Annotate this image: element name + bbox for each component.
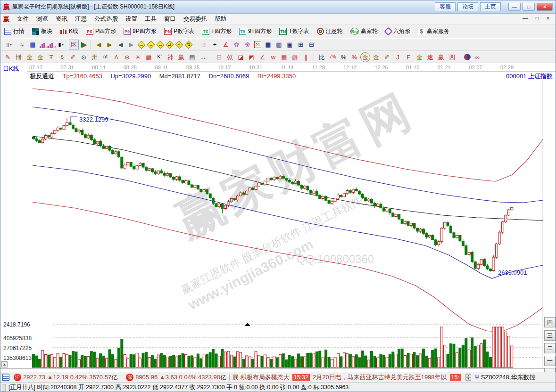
candle-style-dropdown[interactable]: ▮▼	[55, 40, 68, 49]
trend-tool-icon[interactable]: ≈	[17, 40, 27, 49]
gold-circle-icon[interactable]: 金	[360, 52, 370, 62]
n-square-icon[interactable]: n²	[100, 52, 110, 62]
ying-angle-icon[interactable]: 赢	[436, 52, 446, 62]
toolbar-winner-service-button[interactable]: $赢家服务	[414, 26, 453, 37]
toolbar-t-number-table-button[interactable]: TNT数字表	[275, 26, 313, 37]
prev-bar-icon[interactable]: ◀	[116, 40, 125, 49]
calculator-icon[interactable]: ▦	[263, 40, 273, 49]
toolbar-9p-square-button[interactable]: P99P四方形	[120, 26, 160, 37]
ticker-spinner[interactable]: ▲▼	[465, 374, 471, 381]
quote-grid-icon[interactable]	[2, 374, 9, 381]
panel-button-1[interactable]: 四	[544, 317, 556, 327]
shift-left-icon[interactable]: ←	[138, 41, 146, 49]
toolbar-9t-square-button[interactable]: T99T四方形	[235, 26, 275, 37]
f-angle-icon[interactable]: F	[404, 52, 414, 62]
expand-all-icon[interactable]: +	[175, 41, 183, 49]
gann-frame-tool-icon[interactable]: 区	[69, 40, 79, 49]
calendar-icon[interactable]: 21	[254, 41, 261, 48]
pencil-icon[interactable]: ✎	[3, 52, 13, 62]
grid-box-2-icon[interactable]: ▧	[290, 52, 300, 62]
menu-帮助[interactable]: 帮助	[211, 14, 230, 24]
news-ticker-fragment[interactable]: 展 积极布局多模态大	[232, 373, 290, 382]
mini-chart-9-icon[interactable]: 9	[48, 41, 53, 48]
menu-文件[interactable]: 文件	[13, 14, 33, 24]
target-icon[interactable]: ⊕	[122, 52, 132, 62]
menu-窗口[interactable]: 窗口	[160, 14, 180, 24]
f-grid-icon[interactable]: Ŧ	[46, 52, 56, 62]
mini-chart-3-icon[interactable]: 3	[40, 41, 45, 48]
k-mark-icon[interactable]: K”	[155, 52, 165, 62]
forum-button[interactable]: 论坛	[457, 2, 478, 11]
pencil-2-icon[interactable]: ✐	[382, 52, 392, 62]
grid-small-icon[interactable]: 卅	[90, 52, 100, 62]
toolbar-winner-wheel-button[interactable]: Big赢家轮	[347, 26, 382, 37]
gold-grid-2-icon[interactable]: 金	[35, 52, 45, 62]
expand-horizontal-icon[interactable]: ↔	[157, 41, 165, 49]
menu-公式选股[interactable]: 公式选股	[91, 14, 122, 24]
fan-lines-icon[interactable]: 巛	[225, 52, 235, 62]
last-bar-icon[interactable]: ▶	[105, 40, 115, 49]
toolbar-p-number-table-button[interactable]: PNP数字表	[160, 26, 199, 37]
parallel-lines-icon[interactable]: ∥	[301, 52, 311, 62]
box-fan-icon[interactable]: ◪	[236, 52, 246, 62]
toolbar-sectors-button[interactable]: 板块	[28, 26, 56, 37]
box-fan-2-icon[interactable]: ◩	[247, 52, 257, 62]
mdi-minimize-icon[interactable]: —	[522, 15, 529, 22]
menu-交易委托[interactable]: 交易委托	[180, 14, 211, 24]
gold-angle-icon[interactable]: 金	[415, 52, 424, 62]
menu-工具[interactable]: 工具	[141, 14, 160, 24]
compress-vertical-icon[interactable]: ⇅	[185, 41, 193, 49]
save-icon[interactable]: ▣	[285, 40, 295, 49]
menu-江恩[interactable]: 江恩	[71, 14, 91, 24]
pencil-ruler-icon[interactable]: ✐	[68, 52, 78, 62]
grid-box-icon[interactable]: ▦	[279, 52, 289, 62]
yinyang-icon[interactable]	[464, 54, 471, 60]
toolbar-gann-wheel-button[interactable]: 江恩轮	[313, 26, 347, 37]
panel-button-2[interactable]: 三	[544, 330, 556, 341]
news-ticker-headline[interactable]: 2月20日电，马来西亚林吉特兑美元跌至1998年以	[313, 373, 447, 382]
angle-lines-icon[interactable]: ∠	[257, 52, 267, 62]
minimize-button[interactable]: —	[508, 3, 521, 11]
ying-tool-icon[interactable]: 赢	[176, 52, 186, 62]
pct-7-icon[interactable]: 7%	[328, 52, 338, 62]
toolbar-kline-button[interactable]: K线	[56, 26, 82, 37]
infinity-icon[interactable]: ∞	[473, 52, 482, 62]
customer-service-button[interactable]: 客服	[435, 2, 456, 11]
print-icon[interactable]: ⊟	[307, 40, 316, 49]
four-angle-icon[interactable]: 四	[447, 52, 457, 62]
flag-chart-icon[interactable]	[81, 42, 86, 48]
menu-浏览[interactable]: 浏览	[33, 14, 52, 24]
web-grid-icon[interactable]: ▩	[144, 52, 154, 62]
notepad-icon[interactable]: ▥	[274, 40, 284, 49]
mirror-tool-icon[interactable]: Λ	[111, 52, 121, 62]
toolbar-hexagon-button[interactable]: 六角形	[382, 26, 414, 37]
j-angle-icon[interactable]: J	[393, 52, 403, 62]
shen-tool-icon[interactable]: 神	[166, 52, 175, 62]
zigzag-icon[interactable]: w	[268, 52, 278, 62]
export-icon[interactable]: ⊞	[296, 40, 306, 49]
crosshair-tool-icon[interactable]: +	[210, 40, 220, 49]
shift-right-icon[interactable]: →	[147, 41, 155, 49]
angle-tool-icon[interactable]: ∡	[221, 40, 231, 49]
close-button[interactable]: ×	[537, 3, 553, 11]
toolbar-p-square-button[interactable]: PSP四方形	[82, 26, 120, 37]
web-icon[interactable]: ✳	[133, 52, 143, 62]
toolbar-quotes-button[interactable]: 行情	[0, 26, 28, 37]
web-tool-2-icon[interactable]: ❀	[242, 40, 252, 49]
ruler-icon[interactable]: ▤	[187, 52, 197, 62]
gold-grid-icon[interactable]: 金	[25, 52, 34, 62]
measure-icon[interactable]: ↔	[198, 52, 208, 62]
toolbar-t-square-button[interactable]: TST四方形	[198, 26, 235, 37]
time-circle-icon[interactable]: ⊙	[79, 52, 89, 62]
first-bar-icon[interactable]: ◀	[94, 40, 104, 49]
pct-line-icon[interactable]: %	[349, 52, 359, 62]
maximize-button[interactable]: □	[523, 3, 535, 11]
web-tool-icon[interactable]: ✿	[232, 40, 241, 49]
spiral-icon[interactable]: §	[57, 52, 67, 62]
panel-button-3[interactable]: 二	[544, 343, 556, 353]
menu-资讯[interactable]: 资讯	[52, 14, 71, 24]
hand-tool-icon[interactable]: ☝	[199, 40, 209, 49]
period-selector-dropdown[interactable]: ▯▼	[3, 40, 16, 49]
panel-button-4[interactable]: 一	[544, 356, 556, 366]
swap-horizontal-icon[interactable]: ⇄	[166, 41, 174, 49]
